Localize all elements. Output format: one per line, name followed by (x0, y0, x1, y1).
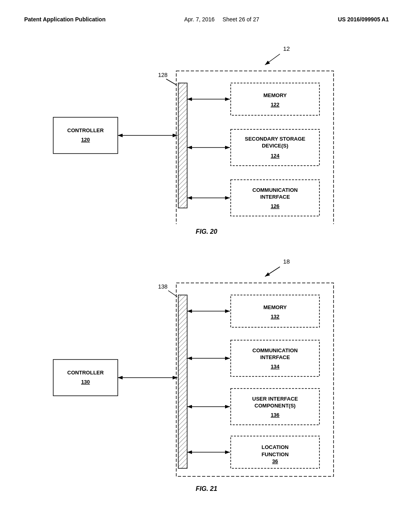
fig20-storage-label2: DEVICE(S) (262, 143, 288, 149)
fig20-bus-ref-label: 128 (158, 72, 168, 78)
fig20-memory-label: MEMORY (263, 92, 287, 98)
fig20-memory-ref: 122 (271, 102, 280, 108)
fig21-section: 18 138 CONTROLLER 130 MEMORY 132 COMMUNI… (24, 251, 389, 493)
fig20-diagram: 12 128 CONTROLLER 120 MEMORY 122 SECONDA… (33, 39, 380, 224)
fig21-controller-box (53, 360, 118, 396)
fig20-controller-label: CONTROLLER (67, 127, 104, 133)
fig21-comm-ref: 134 (271, 364, 280, 370)
fig20-controller-box (53, 117, 118, 154)
fig21-label: FIG. 21 (24, 485, 389, 493)
fig20-section: 12 128 CONTROLLER 120 MEMORY 122 SECONDA… (24, 39, 389, 235)
fig21-loc-label1: LOCATION (262, 444, 289, 450)
fig21-controller-ref: 130 (81, 379, 90, 385)
page: Patent Application Publication Apr. 7, 2… (0, 0, 413, 532)
fig21-comm-label1: COMMUNICATION (252, 347, 298, 353)
header-left: Patent Application Publication (24, 16, 106, 23)
fig21-memory-box (231, 295, 319, 327)
fig21-bus-ref-label: 138 (158, 283, 168, 290)
fig20-system-ref: 12 (283, 45, 290, 52)
header-date: Apr. 7, 2016 (184, 16, 215, 23)
header-sheet: Sheet 26 of 27 (223, 16, 259, 23)
fig20-controller-ref: 120 (81, 137, 90, 143)
fig21-bus-ref-arrow (168, 291, 177, 297)
fig21-comm-label2: INTERFACE (260, 354, 290, 360)
fig20-comm-ref: 126 (271, 203, 280, 209)
fig20-storage-label1: SECONDARY STORAGE (245, 136, 305, 142)
fig21-ui-label1: USER INTERFACE (252, 396, 298, 402)
header-center: Apr. 7, 2016 Sheet 26 of 27 (184, 16, 259, 23)
fig21-loc-ref: 36 (272, 458, 278, 464)
fig21-bus-bar (178, 295, 187, 468)
fig21-system-arrow (265, 267, 280, 276)
header-right: US 2016/099905 A1 (338, 16, 389, 23)
fig20-memory-box (231, 83, 319, 115)
fig20-system-arrow (265, 54, 280, 65)
fig21-controller-label: CONTROLLER (67, 370, 104, 376)
fig21-ui-ref: 136 (271, 412, 280, 418)
fig21-memory-ref: 132 (271, 314, 280, 320)
fig21-diagram: 18 138 CONTROLLER 130 MEMORY 132 COMMUNI… (33, 251, 380, 481)
fig20-comm-label2: INTERFACE (260, 194, 290, 200)
page-header: Patent Application Publication Apr. 7, 2… (24, 16, 389, 23)
fig20-storage-ref: 124 (271, 153, 280, 159)
fig21-system-box (176, 283, 334, 476)
fig20-comm-label1: COMMUNICATION (252, 187, 298, 193)
fig21-loc-label2: FUNCTION (261, 451, 288, 457)
fig20-bus-ref-arrow (166, 79, 177, 85)
fig21-ui-label2: COMPONENT(S) (254, 403, 296, 409)
fig20-bus-bar (178, 83, 187, 208)
fig20-label: FIG. 20 (24, 228, 389, 235)
fig21-memory-label: MEMORY (263, 304, 287, 310)
fig21-system-ref: 18 (283, 258, 290, 265)
